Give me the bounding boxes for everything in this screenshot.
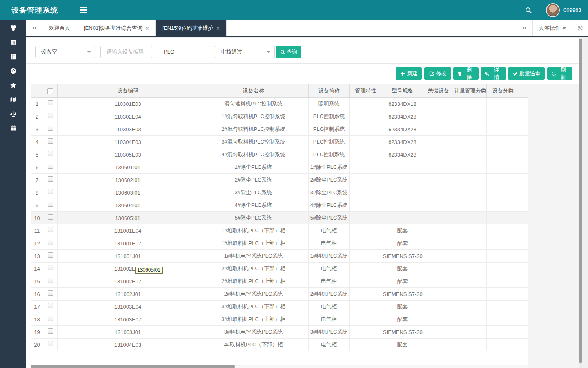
row-checkbox[interactable] [48, 176, 53, 182]
cell-key [423, 186, 454, 199]
sidebar-item-scales[interactable] [0, 107, 26, 121]
row-checkbox[interactable] [48, 265, 53, 270]
table-row[interactable]: 15131002E072#堆取料机PLC（上部）柜电气柜配套 [31, 275, 528, 288]
query-button[interactable]: 查询 [276, 46, 301, 58]
table-row[interactable]: 2110302E041#混匀取料机PLC控制系统PLC控制系统62334DX28 [31, 110, 528, 123]
row-checkbox[interactable] [48, 290, 53, 296]
tab-close-icon[interactable]: × [146, 25, 149, 31]
fullscreen-toggle-button[interactable] [572, 20, 588, 36]
row-checkbox-cell [43, 148, 58, 161]
equipment-room-select[interactable]: 设备室 [35, 46, 95, 58]
row-number-cell: 11 [31, 224, 43, 237]
row-checkbox[interactable] [48, 303, 53, 308]
row-checkbox[interactable] [48, 328, 53, 334]
delete-button[interactable]: 删除 [453, 67, 479, 80]
search-icon[interactable] [525, 7, 532, 14]
tab-欢迎首页[interactable]: 欢迎首页 [42, 20, 77, 36]
tab-close-icon[interactable]: × [216, 25, 220, 31]
row-checkbox[interactable] [48, 341, 53, 346]
table-row[interactable]: 7130602I012#除尘PLC系统2#除尘PLC系统 [31, 174, 528, 186]
new-button[interactable]: 新建 [396, 67, 422, 80]
cell-name: 1#除尘PLC系统 [198, 161, 309, 174]
sidebar-item-gift[interactable] [0, 121, 26, 136]
select-all-checkbox[interactable] [47, 88, 53, 94]
table-row[interactable]: 5110305E034#混匀取料机PLC控制系统PLC控制系统62334DX28 [31, 148, 528, 161]
refresh-button-label: 刷新 [558, 66, 568, 81]
edit-button[interactable]: 修改 [424, 67, 451, 80]
row-checkbox[interactable] [48, 138, 53, 144]
sidebar-item-map[interactable] [0, 93, 26, 107]
row-checkbox-cell [43, 123, 58, 136]
table-row[interactable]: 18131003E073#堆取料机PLC（上部）柜电气柜配套 [31, 313, 528, 326]
table-row[interactable]: 1110301E03混匀堆料机PLC控制系统照明系统62334DX18 [31, 98, 528, 110]
tab-[EN15]9位码基准维护[interactable]: [EN15]9位码基准维护× [156, 20, 227, 36]
cell-abbr: 电气柜 [309, 275, 350, 288]
audit-status-select[interactable]: 审核通过 [215, 46, 275, 58]
detail-button[interactable]: 详情 [481, 67, 506, 80]
table-row[interactable]: 3110303E032#混匀取料机PLC控制系统PLC控制系统62334DX28 [31, 123, 528, 136]
table-row[interactable]: 16131002J012#料机电控系统PLC系统2#料机PLC系统SIEMENS… [31, 288, 528, 301]
row-checkbox[interactable] [48, 113, 53, 118]
palette-icon [10, 67, 17, 76]
keyword-input[interactable]: PLC [158, 46, 209, 58]
cell-filler [519, 237, 528, 250]
table-row[interactable]: 4110304E033#混匀取料机PLC控制系统PLC控制系统62334DX28 [31, 136, 528, 148]
table-header-row: 设备编码 设备名称 设备简称 管理特性 型号规格 关键设备 计量管理分类 设备分… [31, 84, 528, 98]
table-row[interactable]: 14131002E042#堆取料机PLC（下部）柜电气柜配套 [31, 263, 528, 275]
row-checkbox[interactable] [48, 151, 53, 156]
table-row[interactable]: 10130605I015#除尘PLC系统5#除尘PLC系统 [31, 212, 528, 224]
sidebar-item-building-columns[interactable] [0, 36, 26, 50]
row-number-header [31, 84, 43, 98]
table-row[interactable]: 6130601I011#除尘PLC系统1#除尘PLC系统 [31, 161, 528, 174]
cell-category [487, 174, 519, 186]
table-row[interactable]: 20131004E034#取料机PLC（下部）柜电气柜配套 [31, 339, 528, 351]
refresh-button[interactable]: 刷新 [547, 67, 572, 80]
vertical-scrollbar-thumb[interactable] [579, 39, 582, 363]
sidebar-item-modules[interactable] [0, 21, 26, 36]
table-row[interactable]: 19131003J013#料机电控系统PLC系统3#料机PLC系统SIEMENS… [31, 326, 528, 339]
hamburger-menu-icon[interactable] [80, 7, 87, 13]
grid-zone: 设备编码 设备名称 设备简称 管理特性 型号规格 关键设备 计量管理分类 设备分… [26, 84, 579, 368]
cell-category [487, 212, 519, 224]
table-row[interactable]: 8130603I013#除尘PLC系统3#除尘PLC系统 [31, 186, 528, 199]
cell-filler [519, 98, 528, 110]
horizontal-scrollbar-thumb[interactable] [31, 365, 235, 368]
table-row[interactable]: 17131003E043#堆取料机PLC（下部）柜电气柜配套 [31, 301, 528, 313]
row-checkbox[interactable] [48, 189, 53, 194]
sidebar-item-star[interactable] [0, 79, 26, 93]
table-row[interactable]: 11131001E041#堆取料机PLC（下部）柜电气柜配套 [31, 224, 528, 237]
row-checkbox[interactable] [48, 252, 53, 258]
row-checkbox[interactable] [48, 316, 53, 321]
tab-actions-dropdown[interactable]: 页签操作 [533, 20, 572, 36]
cell-mgmt [350, 288, 382, 301]
row-checkbox[interactable] [48, 214, 53, 220]
cell-code: 131003E07 [58, 313, 198, 326]
cell-name: 2#料机电控系统PLC系统 [198, 288, 309, 301]
sidebar-item-book[interactable] [0, 50, 26, 64]
table-body: 1110301E03混匀堆料机PLC控制系统照明系统62334DX1821103… [31, 98, 528, 351]
row-checkbox[interactable] [48, 202, 53, 207]
row-checkbox[interactable] [48, 126, 53, 131]
row-checkbox[interactable] [48, 100, 53, 105]
tabs-scroll-right-button[interactable] [517, 20, 533, 36]
table-row[interactable]: 9130604I014#除尘PLC系统4#除尘PLC系统 [31, 199, 528, 212]
batch-submit-button[interactable]: 批量送审 [508, 67, 545, 80]
tabs-scroll-left-button[interactable] [26, 20, 42, 36]
user-avatar[interactable] [546, 3, 560, 17]
horizontal-scrollbar[interactable] [31, 365, 528, 368]
row-checkbox[interactable] [48, 164, 53, 169]
table-row[interactable]: 13131001J011#料机电控系统PLC系统1#料机PLC系统SIEMENS… [31, 250, 528, 263]
row-checkbox[interactable] [48, 227, 53, 232]
row-checkbox[interactable] [48, 278, 53, 283]
cell-abbr: 电气柜 [309, 313, 350, 326]
tab-[EN01]设备基准综合查询[interactable]: [EN01]设备基准综合查询× [77, 20, 156, 36]
equipment-code-input[interactable]: 请输入设备编码 [100, 46, 152, 58]
row-checkbox[interactable] [48, 240, 53, 245]
cell-key [423, 301, 454, 313]
sidebar-item-palette[interactable] [0, 64, 26, 79]
table-row[interactable]: 12131001E071#堆取料机PLC（上部）柜电气柜配套 [31, 237, 528, 250]
vertical-scrollbar[interactable] [579, 38, 582, 368]
batch-submit-button-label: 批量送审 [519, 70, 541, 77]
detail-button-label: 详情 [492, 66, 502, 81]
tab-label: 欢迎首页 [49, 25, 70, 32]
